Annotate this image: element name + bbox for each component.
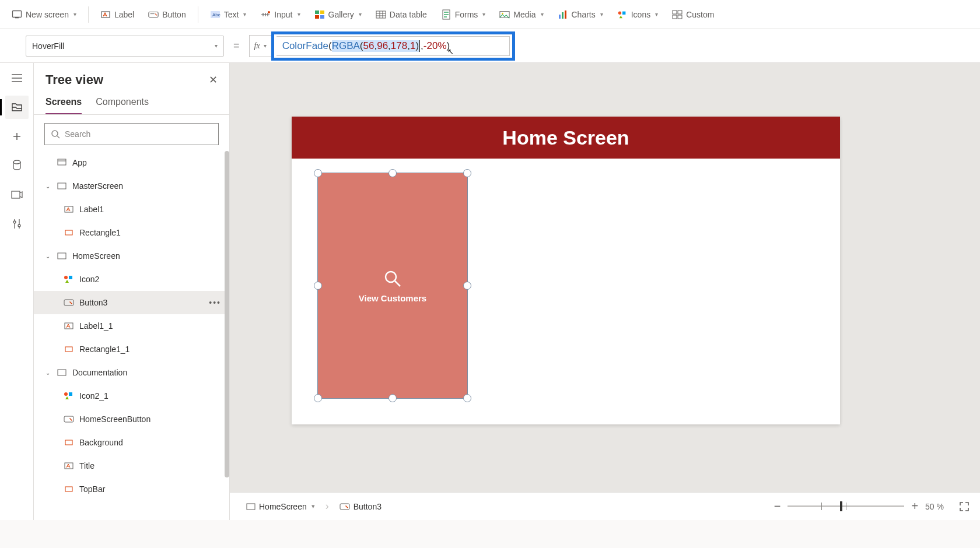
insert-gallery-menu[interactable]: Gallery ▾ xyxy=(310,6,366,23)
tree-node-rectangle1[interactable]: Rectangle1 xyxy=(34,221,229,244)
insert-rail[interactable] xyxy=(5,125,29,148)
data-rail[interactable] xyxy=(5,154,29,177)
zoom-in-button[interactable]: + xyxy=(911,500,918,513)
resize-handle[interactable] xyxy=(463,282,471,290)
artboard-homescreen[interactable]: Home Screen View Customers xyxy=(292,117,840,424)
insert-media-menu[interactable]: Media ▾ xyxy=(495,6,548,23)
status-bar: HomeScreen ▾ › Button3 − + 50 % xyxy=(230,492,980,520)
text-caret xyxy=(419,40,420,52)
resize-handle[interactable] xyxy=(388,394,397,402)
svg-rect-9 xyxy=(320,10,324,14)
tree-node-documentation[interactable]: ⌄ Documentation xyxy=(34,361,229,384)
tree-node-masterscreen[interactable]: ⌄ MasterScreen xyxy=(34,174,229,198)
button-icon xyxy=(340,503,350,511)
breadcrumb-control[interactable]: Button3 xyxy=(334,500,387,514)
close-pane-button[interactable]: ✕ xyxy=(209,73,218,86)
screen-icon xyxy=(246,503,256,510)
tree-node-label1-1[interactable]: Label1_1 xyxy=(34,314,229,338)
screen-icon xyxy=(56,252,68,259)
svg-point-35 xyxy=(64,276,68,279)
hamburger-button[interactable] xyxy=(5,66,29,90)
rectangle-icon xyxy=(63,439,75,446)
resize-handle[interactable] xyxy=(463,169,471,177)
tree-view-rail[interactable] xyxy=(5,96,29,119)
tab-components[interactable]: Components xyxy=(96,92,149,114)
zoom-out-button[interactable]: − xyxy=(774,500,781,513)
svg-rect-18 xyxy=(565,10,566,19)
insert-label[interactable]: Label xyxy=(96,6,139,23)
tree-node-app[interactable]: App xyxy=(34,151,229,174)
new-screen-menu[interactable]: New screen ▾ xyxy=(7,6,81,23)
icons-icon xyxy=(63,275,75,283)
zoom-thumb[interactable] xyxy=(840,501,842,511)
app-icon xyxy=(56,159,68,167)
canvas[interactable]: Home Screen View Customers xyxy=(230,63,980,520)
fx-icon: fx xyxy=(254,41,260,51)
selected-button3[interactable]: View Customers xyxy=(317,173,468,399)
more-menu-button[interactable]: ••• xyxy=(209,298,221,307)
svg-rect-40 xyxy=(58,370,66,375)
fullscreen-button[interactable] xyxy=(959,501,970,512)
chevron-down-icon: ▾ xyxy=(482,11,485,17)
formula-bar: HoverFill ▾ = fx ▾ ColorFade(RGBA(56, 96… xyxy=(0,29,980,63)
svg-rect-31 xyxy=(58,183,66,189)
insert-datatable[interactable]: Data table xyxy=(371,6,432,23)
insert-charts-menu[interactable]: Charts ▾ xyxy=(553,6,608,23)
tree-search[interactable]: Search xyxy=(44,123,219,145)
property-dropdown[interactable]: HoverFill ▾ xyxy=(26,36,224,57)
insert-datatable-label: Data table xyxy=(390,10,427,19)
svg-rect-12 xyxy=(376,11,386,18)
breadcrumb-screen[interactable]: HomeScreen ▾ xyxy=(240,500,321,514)
tree-node-icon2[interactable]: Icon2 xyxy=(34,268,229,291)
chevron-down-icon: ▾ xyxy=(541,11,544,17)
fx-button[interactable]: fx ▾ xyxy=(249,35,271,57)
insert-media-label: Media xyxy=(513,10,536,19)
chevron-down-icon: ⌄ xyxy=(44,183,51,189)
tree-node-icon2-1[interactable]: Icon2_1 xyxy=(34,384,229,408)
resize-handle[interactable] xyxy=(314,282,322,290)
screen-header: Home Screen xyxy=(292,117,840,159)
tree-node-title[interactable]: Title xyxy=(34,454,229,477)
media-icon xyxy=(499,9,510,20)
insert-text-menu[interactable]: Abc Text ▾ xyxy=(205,6,251,23)
insert-custom-label: Custom xyxy=(686,10,714,19)
insert-icons-menu[interactable]: Icons ▾ xyxy=(612,6,663,23)
chevron-down-icon: ▾ xyxy=(655,11,658,17)
insert-forms-label: Forms xyxy=(455,10,478,19)
advanced-rail[interactable] xyxy=(5,212,29,236)
resize-handle[interactable] xyxy=(388,169,397,177)
chevron-down-icon: ▾ xyxy=(215,43,218,49)
chevron-down-icon: ▾ xyxy=(600,11,603,17)
insert-input-menu[interactable]: Input ▾ xyxy=(256,6,304,23)
insert-charts-label: Charts xyxy=(572,10,596,19)
tree-node-homescreenbutton[interactable]: HomeScreenButton xyxy=(34,408,229,431)
media-rail[interactable] xyxy=(5,183,29,206)
tree-node-button3[interactable]: Button3 ••• xyxy=(34,291,229,314)
tree-node-topbar[interactable]: TopBar xyxy=(34,477,229,501)
zoom-slider[interactable] xyxy=(788,505,904,507)
svg-rect-36 xyxy=(69,276,72,279)
tree-node-rectangle1-1[interactable]: Rectangle1_1 xyxy=(34,338,229,361)
chevron-down-icon: ▾ xyxy=(359,11,362,17)
label-icon xyxy=(63,205,75,213)
mouse-cursor-icon: ↖ xyxy=(447,47,454,56)
insert-ribbon: New screen ▾ Label Button Abc Text ▾ Inp… xyxy=(0,0,980,29)
insert-forms-menu[interactable]: Forms ▾ xyxy=(436,6,491,23)
tree-node-homescreen[interactable]: ⌄ HomeScreen xyxy=(34,244,229,268)
resize-handle[interactable] xyxy=(314,394,322,402)
tree-scrollbar[interactable] xyxy=(225,151,229,520)
resize-handle[interactable] xyxy=(463,394,471,402)
screen-icon xyxy=(12,9,22,20)
resize-handle[interactable] xyxy=(314,169,322,177)
insert-button[interactable]: Button xyxy=(144,6,190,23)
svg-rect-22 xyxy=(678,10,682,14)
formula-input[interactable]: ColorFade(RGBA(56, 96, 178, 1), -20%) ↖ xyxy=(276,36,510,56)
tab-screens[interactable]: Screens xyxy=(46,92,82,114)
scrollbar-thumb[interactable] xyxy=(225,151,229,477)
svg-rect-33 xyxy=(65,230,72,235)
insert-input-label: Input xyxy=(274,10,292,19)
tree-node-label1[interactable]: Label1 xyxy=(34,198,229,221)
insert-custom-menu[interactable]: Custom xyxy=(667,6,719,23)
charts-icon xyxy=(558,9,568,20)
tree-node-background[interactable]: Background xyxy=(34,431,229,454)
